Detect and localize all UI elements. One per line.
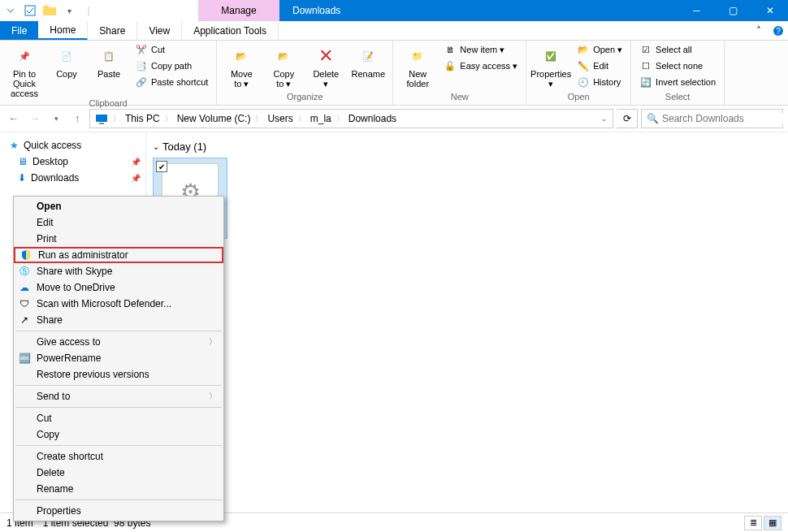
view-thumbs-button[interactable]: ▦	[764, 516, 782, 530]
qat-down-icon[interactable]	[2, 2, 19, 19]
pin-quickaccess-button[interactable]: 📌Pin to Quick access	[5, 42, 44, 98]
copypath-button[interactable]: 📑Copy path	[132, 58, 211, 73]
share-icon: ↗	[18, 314, 31, 327]
breadcrumb[interactable]: 〉 This PC 〉 New Volume (C:) 〉 Users 〉 m_…	[89, 109, 613, 128]
ctx-delete[interactable]: Delete	[14, 465, 223, 481]
collapse-ribbon-icon[interactable]: ˄	[749, 21, 769, 40]
ribbon-group-select: ☑Select all ☐Select none 🔄Invert selecti…	[631, 41, 725, 105]
ctx-copy[interactable]: Copy	[14, 426, 223, 443]
selectall-button[interactable]: ☑Select all	[636, 42, 719, 57]
copyto-button[interactable]: 📂Copy to ▾	[264, 42, 303, 89]
group-label-open: Open	[531, 92, 626, 103]
history-button[interactable]: 🕘History	[574, 75, 626, 89]
recent-dropdown[interactable]: ▾	[47, 110, 65, 128]
file-checkbox[interactable]: ✔	[156, 161, 167, 172]
qat-checkbox-icon[interactable]	[21, 2, 39, 19]
ctx-create-shortcut[interactable]: Create shortcut	[14, 448, 223, 465]
rename-label: Rename	[352, 69, 386, 79]
tab-home[interactable]: Home	[38, 21, 88, 40]
title-bar: ▾ | Manage Downloads ─ ▢ ✕	[0, 0, 788, 21]
edit-icon: ✏️	[577, 59, 590, 72]
pasteshortcut-button[interactable]: 🔗Paste shortcut	[132, 75, 211, 89]
tab-view[interactable]: View	[137, 21, 182, 40]
paste-button[interactable]: 📋Paste	[89, 42, 128, 79]
ctx-rename[interactable]: Rename	[14, 481, 223, 497]
newitem-icon: 🗎	[444, 43, 457, 56]
qat-folder-icon[interactable]	[41, 2, 58, 19]
ctx-open[interactable]: Open	[14, 198, 223, 214]
ctx-share-skype[interactable]: ⓈShare with Skype	[14, 263, 223, 279]
ctx-cut[interactable]: Cut	[14, 410, 223, 426]
breadcrumb-pc-icon[interactable]	[92, 113, 111, 124]
crumb-sep-icon[interactable]: 〉	[111, 114, 122, 124]
crumb-seg[interactable]: Users	[264, 113, 296, 124]
ctx-onedrive[interactable]: ☁Move to OneDrive	[14, 279, 223, 296]
invert-icon: 🔄	[639, 76, 652, 89]
nav-desktop[interactable]: 🖥Desktop📌	[0, 154, 145, 170]
properties-button[interactable]: ✅Properties ▾	[531, 42, 570, 89]
ctx-give-access[interactable]: Give access to〉	[14, 334, 223, 350]
rename-button[interactable]: 📝Rename	[349, 42, 388, 79]
delete-button[interactable]: ✕Delete ▾	[306, 42, 345, 89]
tab-share[interactable]: Share	[88, 21, 137, 40]
desktop-icon: 🖥	[18, 156, 28, 167]
maximize-button[interactable]: ▢	[715, 0, 751, 21]
file-list[interactable]: ⌄Today (1) ✔ ⚙ tch.	[146, 132, 788, 513]
nav-desktop-label: Desktop	[32, 156, 68, 167]
selectall-label: Select all	[656, 45, 692, 54]
edit-button[interactable]: ✏️Edit	[574, 58, 626, 73]
tabs-spacer	[279, 21, 749, 40]
help-icon[interactable]: ?	[769, 21, 788, 40]
search-box[interactable]: 🔍	[641, 109, 783, 128]
forward-button[interactable]: →	[26, 110, 44, 128]
open-button[interactable]: 📂Open ▾	[574, 42, 626, 57]
chevron-down-icon: ⌄	[153, 142, 159, 151]
newfolder-button[interactable]: 📁New folder	[398, 42, 437, 89]
window-controls: ─ ▢ ✕	[678, 0, 788, 21]
tab-file[interactable]: File	[0, 21, 38, 40]
easyaccess-button[interactable]: 🔓Easy access ▾	[440, 58, 521, 73]
refresh-button[interactable]: ⟳	[617, 109, 638, 128]
nav-quick-access[interactable]: ★Quick access	[0, 137, 145, 154]
group-today[interactable]: ⌄Today (1)	[153, 139, 782, 158]
crumb-expand-icon[interactable]: ⌄	[598, 115, 611, 123]
crumb-seg[interactable]: Downloads	[345, 113, 400, 124]
nav-downloads[interactable]: ⬇Downloads📌	[0, 170, 145, 186]
copy-button[interactable]: 📄Copy	[47, 42, 86, 79]
crumb-sep-icon[interactable]: 〉	[335, 114, 345, 124]
cut-button[interactable]: ✂️Cut	[132, 42, 211, 57]
delete-icon: ✕	[314, 44, 338, 68]
tab-application-tools[interactable]: Application Tools	[182, 21, 279, 40]
ctx-run-as-admin[interactable]: Run as administrator	[14, 247, 223, 263]
ctx-properties[interactable]: Properties	[14, 503, 223, 519]
invert-button[interactable]: 🔄Invert selection	[636, 75, 719, 89]
crumb-seg[interactable]: This PC	[122, 113, 163, 124]
view-details-button[interactable]: ≣	[744, 516, 762, 530]
back-button[interactable]: ←	[5, 110, 23, 128]
crumb-sep-icon[interactable]: 〉	[297, 114, 307, 124]
ctx-defender[interactable]: 🛡Scan with Microsoft Defender...	[14, 296, 223, 312]
ctx-restore[interactable]: Restore previous versions	[14, 366, 223, 383]
crumb-sep-icon[interactable]: 〉	[163, 114, 174, 124]
minimize-button[interactable]: ─	[678, 0, 715, 21]
qat-overflow-icon[interactable]: ▾	[60, 2, 78, 19]
ctx-print[interactable]: Print	[14, 231, 223, 247]
ctx-edit[interactable]: Edit	[14, 214, 223, 231]
selectnone-button[interactable]: ☐Select none	[636, 58, 719, 73]
ctx-share[interactable]: ↗Share	[14, 312, 223, 328]
group-label-organize: Organize	[222, 92, 388, 103]
group-today-label: Today (1)	[162, 141, 206, 153]
newitem-button[interactable]: 🗎New item ▾	[440, 42, 521, 57]
contextual-tab-manage[interactable]: Manage	[198, 0, 279, 21]
search-input[interactable]	[662, 113, 784, 124]
ctx-send-to[interactable]: Send to〉	[14, 388, 223, 404]
svg-text:?: ?	[776, 27, 781, 36]
shield-icon	[19, 249, 32, 262]
close-button[interactable]: ✕	[751, 0, 788, 21]
moveto-button[interactable]: 📂Move to ▾	[222, 42, 261, 89]
crumb-seg[interactable]: New Volume (C:)	[174, 113, 254, 124]
crumb-seg[interactable]: m_la	[307, 113, 335, 124]
up-button[interactable]: ↑	[68, 110, 86, 128]
ctx-powerrename[interactable]: 🔤PowerRename	[14, 350, 223, 366]
crumb-sep-icon[interactable]: 〉	[253, 114, 264, 124]
